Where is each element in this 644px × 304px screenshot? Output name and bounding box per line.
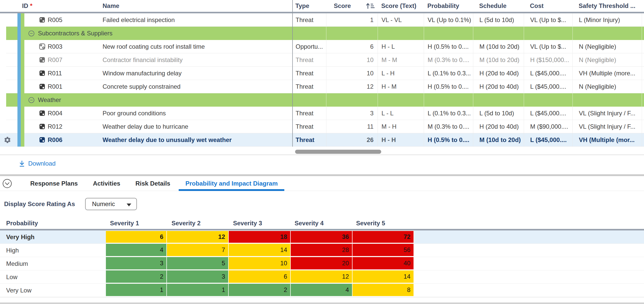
risk-type: Threat	[292, 53, 326, 66]
risk-schedule: H (20d to 40d)	[473, 120, 524, 133]
matrix-row-filler	[414, 257, 644, 270]
tab-activities[interactable]: Activities	[86, 176, 127, 191]
matrix-row[interactable]: Very Low 11248	[0, 284, 644, 297]
column-header-probability[interactable]: Probability	[424, 0, 473, 12]
matrix-row-label: Very Low	[0, 284, 106, 297]
risk-id: R007	[48, 56, 62, 64]
matrix-cell: 5	[167, 257, 229, 270]
risk-probability: H (0.5% to 0....	[424, 133, 473, 146]
risk-id: R012	[48, 123, 62, 130]
table-row[interactable]: R012 Weather delay due to hurricane Thre…	[0, 120, 644, 133]
matrix-cell: 28	[291, 244, 353, 257]
risk-schedule: L (5d to 10d)	[473, 13, 524, 26]
download-button[interactable]: Download	[18, 158, 56, 169]
risk-safety-threshold: N (Negligible)	[572, 53, 642, 66]
score-rating-value: Numeric	[92, 200, 115, 208]
collapse-group-icon[interactable]	[28, 97, 35, 103]
table-row[interactable]: R005 Failed electrical inspection Threat…	[0, 13, 644, 27]
matrix-cell: 18	[229, 230, 291, 244]
risk-score: 3	[326, 107, 378, 120]
opportunity-dice-icon	[39, 44, 45, 49]
risk-safety-threshold: N (Negligible)	[572, 80, 642, 93]
group-label: Weather	[38, 96, 61, 104]
matrix-cell: 14	[229, 244, 291, 257]
score-rating-dropdown[interactable]: Numeric	[85, 198, 137, 210]
risk-score-text: M - M	[378, 53, 424, 66]
row-gutter	[0, 53, 6, 67]
matrix-cell: 1	[106, 284, 167, 297]
row-gutter	[0, 80, 6, 93]
risk-probability: H (0.5% to 0....	[424, 40, 473, 53]
risk-score: 1	[326, 13, 378, 26]
matrix-column-header: Severity 5	[352, 220, 414, 227]
risk-cost: L ($45,000....	[524, 67, 572, 80]
column-header-type[interactable]: Type	[292, 0, 326, 12]
column-header-name[interactable]: Name	[100, 0, 292, 12]
risk-type: Opportu...	[292, 40, 326, 53]
gear-icon[interactable]	[4, 136, 11, 144]
matrix-row[interactable]: Low 2361214	[0, 270, 644, 284]
tab-risk-details[interactable]: Risk Details	[129, 176, 177, 191]
risk-cost: L ($45,000....	[524, 80, 572, 93]
table-row[interactable]: R011 Window manufacturing delay Threat 1…	[0, 67, 644, 80]
group-band-blue	[17, 13, 21, 147]
matrix-cell: 10	[229, 257, 291, 270]
risk-id: R006	[48, 136, 62, 144]
matrix-cell: 14	[353, 270, 414, 283]
column-header-score[interactable]: Score	[326, 0, 378, 12]
column-header-cost[interactable]: Cost	[524, 0, 572, 12]
collapse-group-icon[interactable]	[28, 30, 35, 37]
risk-id: R011	[48, 70, 62, 77]
group-label-cell: Weather	[6, 93, 292, 107]
clipped-column	[642, 80, 644, 93]
risk-safety-threshold: N (Negligible)	[572, 40, 642, 53]
matrix-cell: 12	[291, 270, 353, 283]
column-header-id[interactable]: ID *	[0, 0, 100, 12]
matrix-cell: 8	[353, 284, 414, 297]
threat-dice-icon	[39, 124, 45, 129]
table-row[interactable]: R006 Weather delay due to unusually wet …	[0, 133, 644, 147]
column-header-schedule[interactable]: Schedule	[473, 0, 524, 12]
risk-name: New roof coating cuts roof install time	[100, 40, 292, 53]
table-row[interactable]: R003 New roof coating cuts roof install …	[0, 40, 644, 53]
horizontal-scrollbar-thumb[interactable]	[295, 150, 381, 154]
risk-score-text: L - L	[378, 107, 424, 120]
sort-ascending-icon[interactable]	[365, 2, 375, 10]
risk-probability: VL (Up to 0.1%)	[424, 13, 473, 26]
download-label: Download	[28, 160, 56, 167]
matrix-cell: 2	[229, 284, 291, 297]
table-row[interactable]: R001 Concrete supply constrained Threat …	[0, 80, 644, 93]
row-gutter	[0, 67, 6, 80]
risk-id: R001	[48, 83, 62, 90]
matrix-cell: 20	[291, 257, 353, 270]
risk-score-text: H - H	[378, 133, 424, 146]
tab-probability-and-impact-diagram[interactable]: Probability and Impact Diagram	[179, 176, 284, 191]
matrix-row[interactable]: High 47142856	[0, 244, 644, 257]
risk-table-header: ID * Name Type Score Score (Text) Probab…	[0, 0, 644, 12]
matrix-cell: 3	[167, 270, 229, 283]
collapse-panel-icon[interactable]	[2, 178, 12, 189]
matrix-row-filler	[414, 244, 644, 257]
clipped-column	[642, 13, 644, 26]
matrix-row[interactable]: Medium 35102040	[0, 257, 644, 270]
matrix-row[interactable]: Very High 612183672	[0, 230, 644, 244]
threat-dice-icon	[39, 70, 45, 76]
group-row[interactable]: Subcontractors & Suppliers	[0, 27, 644, 40]
risk-name: Weather delay due to unusually wet weath…	[100, 133, 292, 146]
risk-score-text: VL - VL	[378, 13, 424, 26]
matrix-column-header: Probability	[0, 220, 106, 227]
threat-dice-icon	[39, 110, 45, 116]
risk-score: 11	[326, 120, 378, 133]
column-header-score-text[interactable]: Score (Text)	[378, 0, 424, 12]
matrix-cell: 7	[167, 244, 229, 257]
matrix-column-header: Severity 1	[106, 220, 167, 227]
matrix-header: ProbabilitySeverity 1Severity 2Severity …	[0, 217, 644, 229]
group-row[interactable]: Weather	[0, 93, 644, 107]
threat-dice-icon	[39, 84, 45, 89]
matrix-cell: 4	[291, 284, 353, 297]
table-row[interactable]: R004 Poor ground conditions Threat 3 L -…	[0, 107, 644, 120]
tab-response-plans[interactable]: Response Plans	[24, 176, 84, 191]
column-header-safety-threshold[interactable]: Safety Threshold ...	[572, 0, 642, 12]
risk-table: ID * Name Type Score Score (Text) Probab…	[0, 0, 644, 147]
table-row[interactable]: R007 Contractor financial instability Th…	[0, 53, 644, 67]
